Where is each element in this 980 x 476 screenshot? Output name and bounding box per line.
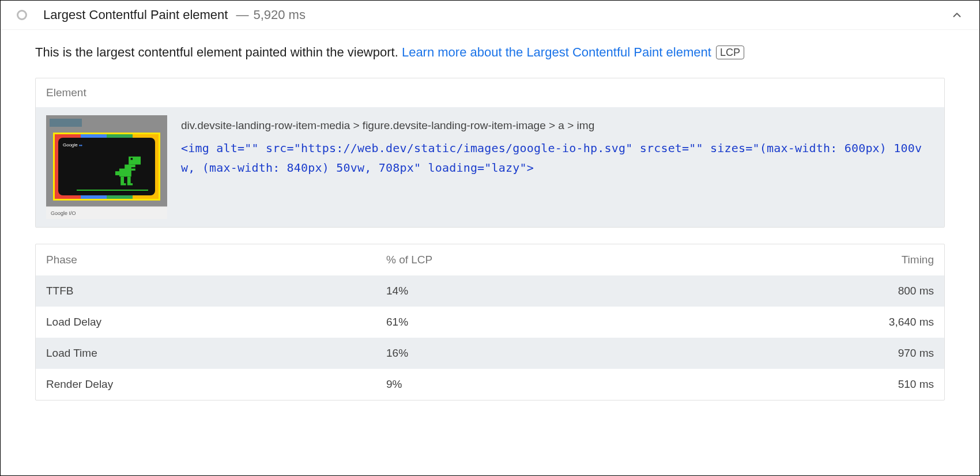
- table-row: Render Delay 9% 510 ms: [36, 369, 944, 400]
- phase-table: Phase % of LCP Timing TTFB 14% 800 ms Lo…: [35, 244, 945, 401]
- phase-table-header: Phase % of LCP Timing: [36, 244, 944, 275]
- audit-header[interactable]: Largest Contentful Paint element — 5,920…: [1, 1, 979, 30]
- table-row: Load Delay 61% 3,640 ms: [36, 307, 944, 338]
- lcp-audit-panel: Largest Contentful Paint element — 5,920…: [0, 0, 980, 476]
- phase-name: Load Delay: [46, 316, 386, 328]
- element-row: Google: [36, 107, 944, 227]
- svg-rect-8: [120, 183, 126, 185]
- audit-title: Largest Contentful Paint element: [43, 7, 228, 22]
- element-section: Element Google: [35, 78, 945, 228]
- element-snippet: <img alt="" src="https://web.dev/static/…: [181, 138, 934, 177]
- element-details: div.devsite-landing-row-item-media > fig…: [181, 115, 934, 219]
- lcp-badge: LCP: [716, 46, 744, 59]
- phase-pct: 14%: [386, 285, 819, 297]
- description-text: This is the largest contentful element p…: [35, 45, 402, 59]
- phase-timing: 800 ms: [819, 285, 934, 297]
- col-header-timing: Timing: [819, 254, 934, 266]
- table-row: TTFB 14% 800 ms: [36, 275, 944, 307]
- phase-name: Load Time: [46, 347, 386, 360]
- status-circle-icon: [17, 10, 27, 20]
- svg-rect-7: [127, 176, 131, 183]
- element-section-header: Element: [36, 78, 944, 107]
- dino-icon: [111, 154, 145, 190]
- audit-body: This is the largest contentful element p…: [1, 30, 979, 412]
- col-header-phase: Phase: [46, 254, 386, 266]
- col-header-pct: % of LCP: [386, 254, 819, 266]
- learn-more-link[interactable]: Learn more about the Largest Contentful …: [402, 45, 711, 59]
- element-thumbnail[interactable]: Google: [46, 115, 167, 219]
- thumbnail-logo: Google: [63, 142, 82, 148]
- phase-timing: 970 ms: [819, 347, 934, 360]
- svg-rect-9: [127, 183, 133, 185]
- phase-pct: 61%: [386, 316, 819, 328]
- audit-description: This is the largest contentful element p…: [35, 44, 945, 62]
- phase-name: Render Delay: [46, 378, 386, 391]
- svg-rect-6: [120, 176, 124, 183]
- svg-rect-10: [131, 158, 133, 160]
- phase-timing: 510 ms: [819, 378, 934, 391]
- chevron-up-icon[interactable]: [951, 9, 963, 21]
- audit-header-timing: 5,920 ms: [253, 7, 306, 22]
- phase-timing: 3,640 ms: [819, 316, 934, 328]
- thumbnail-caption: Google I/O: [46, 206, 167, 219]
- svg-rect-0: [129, 156, 141, 164]
- phase-name: TTFB: [46, 285, 386, 297]
- svg-rect-5: [131, 168, 135, 170]
- svg-rect-4: [115, 171, 120, 175]
- element-selector: div.devsite-landing-row-item-media > fig…: [181, 116, 934, 135]
- title-separator: —: [236, 7, 248, 22]
- phase-pct: 9%: [386, 378, 819, 391]
- phase-pct: 16%: [386, 347, 819, 360]
- table-row: Load Time 16% 970 ms: [36, 338, 944, 369]
